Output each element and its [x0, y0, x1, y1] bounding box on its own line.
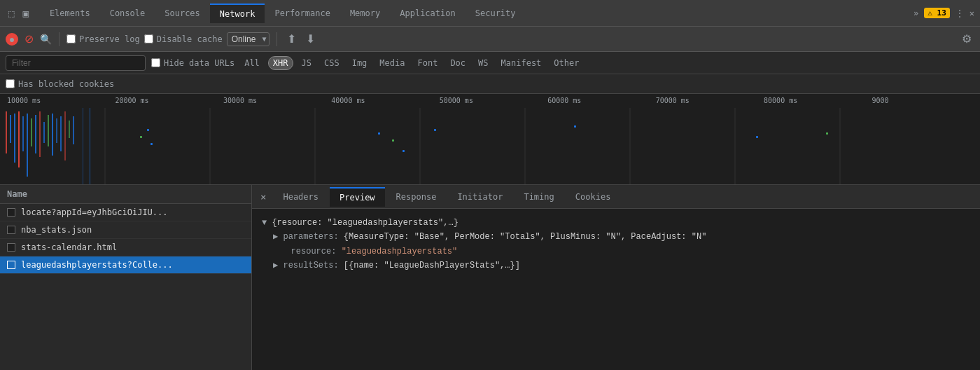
more-tabs-button[interactable]: »: [913, 8, 918, 18]
file-checkbox-leaguedash[interactable]: [7, 261, 15, 269]
filter-tag-all[interactable]: All: [240, 57, 264, 69]
throttle-select[interactable]: Online: [227, 32, 270, 46]
settings-icon: ⚙: [962, 33, 972, 45]
filter-tag-manifest[interactable]: Manifest: [497, 57, 546, 69]
filter-tag-doc[interactable]: Doc: [446, 57, 470, 69]
layers-icon[interactable]: ▣: [20, 6, 31, 20]
svg-rect-13: [27, 114, 28, 177]
svg-rect-18: [48, 115, 49, 146]
filter-tag-img[interactable]: Img: [348, 57, 372, 69]
svg-rect-32: [574, 125, 576, 128]
file-list-panel: Name locate?appId=eyJhbGciOiJIU... nba_s…: [0, 185, 252, 370]
json-root-value: {resource: "leaguedashplayerstats",…}: [272, 218, 458, 228]
disable-cache-checkbox[interactable]: [144, 34, 153, 43]
json-resultsets-expand[interactable]: ▶: [273, 261, 278, 270]
svg-rect-14: [31, 118, 32, 146]
tab-console[interactable]: Console: [100, 4, 155, 22]
hide-data-urls-text: Hide data URLs: [164, 58, 234, 68]
timeline-label-3: 30000 ms: [223, 97, 331, 104]
filter-tag-media[interactable]: Media: [375, 57, 409, 69]
tab-preview[interactable]: Preview: [330, 187, 385, 207]
filter-tag-css[interactable]: CSS: [320, 57, 344, 69]
tab-performance[interactable]: Performance: [265, 4, 340, 22]
svg-rect-35: [83, 108, 83, 185]
file-name-stats-calendar: stats-calendar.html: [21, 242, 117, 252]
svg-rect-33: [756, 136, 758, 138]
tab-headers[interactable]: Headers: [273, 188, 328, 206]
json-resource-line: resource: "leaguedashplayerstats": [262, 245, 970, 259]
file-item-nba-stats[interactable]: nba_stats.json: [0, 221, 251, 239]
tab-application[interactable]: Application: [390, 4, 465, 22]
timeline-labels: 10000 ms 20000 ms 30000 ms 40000 ms 5000…: [0, 97, 980, 104]
filter-tag-ws[interactable]: WS: [474, 57, 492, 69]
network-timeline: 10000 ms 20000 ms 30000 ms 40000 ms 5000…: [0, 94, 980, 185]
preview-content: ▼ {resource: "leaguedashplayerstats",…} …: [252, 209, 980, 370]
file-checkbox-locate[interactable]: [7, 208, 15, 217]
tab-response[interactable]: Response: [386, 188, 447, 206]
json-resource-value: "leaguedashplayerstats": [342, 247, 458, 256]
timeline-chart: [0, 108, 980, 185]
cursor-icon[interactable]: ⬚: [6, 6, 17, 20]
tab-memory[interactable]: Memory: [340, 4, 390, 22]
file-checkbox-nba-stats[interactable]: [7, 226, 15, 234]
filter-input[interactable]: [6, 55, 146, 71]
filter-tag-font[interactable]: Font: [413, 57, 442, 69]
tab-security[interactable]: Security: [465, 4, 526, 22]
devtools-menu-button[interactable]: ⋮: [955, 8, 964, 18]
network-toolbar: ● ⊘ 🔍 Preserve log Disable cache Online …: [0, 27, 980, 52]
json-parameters-line: ▶ parameters: {MeasureType: "Base", PerM…: [262, 230, 970, 244]
tab-timing[interactable]: Timing: [514, 188, 564, 206]
svg-rect-22: [64, 111, 66, 160]
svg-rect-24: [73, 116, 74, 144]
json-parameters-expand[interactable]: ▶: [273, 232, 278, 242]
hide-data-urls-checkbox[interactable]: [151, 58, 160, 67]
svg-rect-36: [90, 108, 90, 185]
file-checkbox-stats-calendar[interactable]: [7, 243, 15, 252]
has-blocked-cookies-checkbox[interactable]: [6, 79, 15, 88]
file-item-stats-calendar[interactable]: stats-calendar.html: [0, 239, 251, 256]
settings-button[interactable]: ⚙: [959, 31, 974, 47]
tab-initiator[interactable]: Initiator: [447, 188, 512, 206]
tab-elements[interactable]: Elements: [40, 4, 100, 22]
record-button[interactable]: ●: [6, 33, 18, 46]
filter-tag-other[interactable]: Other: [550, 57, 583, 69]
file-item-locate[interactable]: locate?appId=eyJhbGciOiJIU...: [0, 204, 251, 221]
svg-rect-30: [402, 150, 405, 152]
upload-icon: ⬆: [287, 33, 296, 45]
json-root-line: ▼ {resource: "leaguedashplayerstats",…}: [262, 216, 970, 230]
preserve-log-checkbox[interactable]: [66, 34, 76, 43]
tab-sources[interactable]: Sources: [155, 4, 210, 22]
filter-tag-xhr[interactable]: XHR: [268, 56, 293, 70]
tab-cookies[interactable]: Cookies: [566, 188, 621, 206]
disable-cache-label[interactable]: Disable cache: [144, 34, 223, 44]
hide-data-urls-label[interactable]: Hide data URLs: [151, 58, 234, 68]
json-root-expand[interactable]: ▼: [262, 218, 267, 228]
toolbar-divider-2: [276, 32, 277, 46]
filter-bar: Hide data URLs All XHR JS CSS Img Media …: [0, 52, 980, 74]
timeline-label-2: 20000 ms: [115, 97, 223, 104]
clear-button[interactable]: ⊘: [22, 33, 35, 46]
filter-tags: All XHR JS CSS Img Media Font Doc WS Man…: [240, 56, 583, 70]
svg-rect-9: [10, 115, 11, 143]
svg-rect-21: [60, 116, 62, 151]
has-blocked-cookies-text: Has blocked cookies: [18, 79, 114, 89]
json-resultsets-value: [{name: "LeagueDashPlayerStats",…}]: [344, 261, 520, 270]
svg-rect-8: [6, 111, 7, 153]
preserve-log-label[interactable]: Preserve log: [66, 34, 140, 44]
tab-network[interactable]: Network: [210, 4, 265, 23]
search-button[interactable]: 🔍: [39, 33, 52, 46]
import-button[interactable]: ⬆: [284, 31, 299, 47]
svg-rect-11: [18, 111, 20, 167]
file-item-leaguedash[interactable]: leaguedashplayerstats?Colle...: [0, 256, 251, 274]
devtools-close-button[interactable]: ✕: [969, 8, 974, 18]
has-blocked-cookies-label[interactable]: Has blocked cookies: [6, 79, 114, 89]
timeline-label-1: 10000 ms: [7, 97, 115, 104]
file-list-header: Name: [0, 185, 251, 204]
svg-rect-34: [826, 132, 828, 135]
preview-close-button[interactable]: ×: [255, 190, 272, 204]
file-name-leaguedash: leaguedashplayerstats?Colle...: [21, 260, 173, 270]
export-button[interactable]: ⬇: [303, 31, 318, 47]
svg-rect-12: [22, 116, 24, 151]
timeline-label-8: 80000 ms: [764, 97, 872, 104]
filter-tag-js[interactable]: JS: [298, 57, 316, 69]
